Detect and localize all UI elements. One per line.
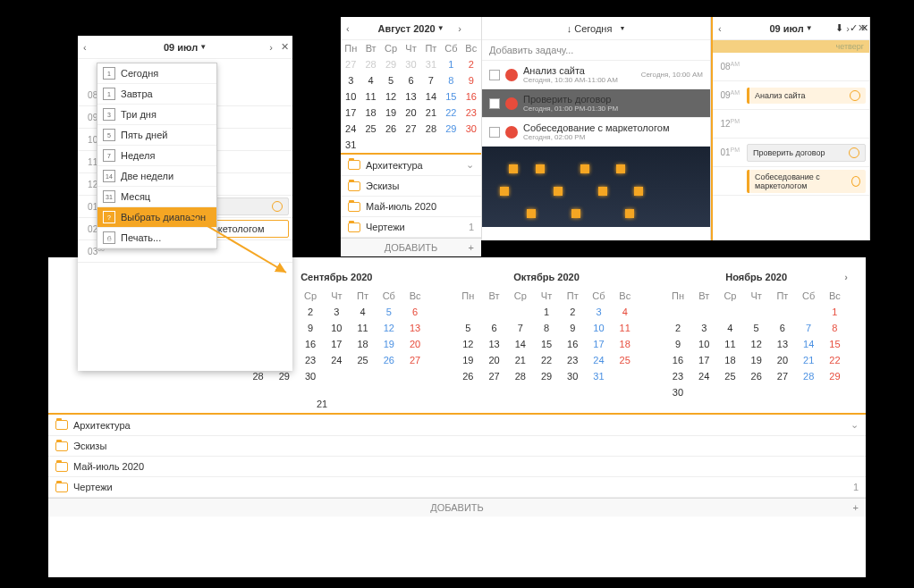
cal-day[interactable]: 17 [341,105,360,121]
folder-item[interactable]: Эскизы [341,176,481,197]
checkbox[interactable] [489,98,500,109]
cal-day[interactable] [769,384,795,400]
cal-day[interactable]: 10 [691,336,717,352]
cal-day[interactable]: 22 [822,352,848,368]
cal-day[interactable]: 4 [360,72,380,88]
event[interactable]: Собеседование с маркетологом [747,170,866,193]
cal-day[interactable]: 30 [560,368,586,384]
cal-day[interactable]: 26 [381,121,401,137]
cal-day[interactable]: 17 [691,352,717,368]
cal-day[interactable] [743,304,769,320]
cal-day[interactable]: 18 [350,336,376,352]
cal-day[interactable] [402,368,427,384]
next-month-icon[interactable]: › [458,23,461,34]
folder-item[interactable]: Май-июль 2020 [341,197,481,217]
cal-day[interactable]: 10 [324,320,350,336]
time-slot[interactable]: 01PMПроверить договор [713,139,869,167]
cal-day[interactable]: 20 [401,105,420,121]
cal-day[interactable] [324,368,350,384]
cal-day[interactable]: 14 [796,336,822,352]
cal-day[interactable] [796,384,822,400]
time-slot[interactable]: 12PM [713,110,869,139]
folder-item[interactable]: Чертежи1 [48,477,866,498]
folder-item[interactable]: Архитектура⌄ [341,155,481,176]
cal-day[interactable]: 28 [421,121,441,137]
cal-day[interactable]: 18 [360,105,380,121]
cal-day[interactable]: 31 [586,368,612,384]
cal-day[interactable]: 17 [586,336,612,352]
cal-day[interactable]: 24 [586,352,612,368]
cal-day[interactable]: 12 [743,336,769,352]
cal-day[interactable]: 9 [461,72,481,88]
cal-day[interactable]: 24 [324,352,350,368]
cal-day[interactable]: 3 [324,304,350,320]
cal-day[interactable]: 30 [664,384,690,400]
cal-day[interactable] [507,304,533,320]
cal-day[interactable]: 10 [341,88,360,105]
add-task-input[interactable]: Добавить задачу... [482,40,710,61]
menu-item-5[interactable]: 14Две недели [97,166,216,187]
cal-day[interactable]: 12 [455,336,481,352]
cal-day[interactable]: 5 [381,72,401,88]
cal-day[interactable]: 25 [717,368,743,384]
cal-day[interactable]: 6 [481,320,507,336]
cal-day[interactable]: 18 [612,336,638,352]
cal-day[interactable]: 26 [743,368,769,384]
cal-day[interactable]: 9 [664,336,690,352]
cal-day[interactable]: 21 [796,352,822,368]
cal-day[interactable]: 29 [822,368,848,384]
cal-day[interactable] [769,304,795,320]
close-icon[interactable]: ✕ [281,41,289,53]
prev-day-icon[interactable]: ‹ [718,23,722,34]
cal-day[interactable] [360,137,380,153]
cal-day[interactable]: 14 [507,336,533,352]
cal-day[interactable]: 23 [297,352,323,368]
cal-day[interactable]: 16 [664,352,690,368]
cal-day[interactable] [612,368,638,384]
menu-item-0[interactable]: 1Сегодня [97,63,216,84]
event[interactable]: Проверить договор [747,144,866,162]
cal-day[interactable]: 19 [743,352,769,368]
cal-day[interactable] [455,304,481,320]
cal-day[interactable]: 16 [461,88,481,105]
cal-day[interactable]: 6 [401,72,420,88]
cal-day[interactable] [717,304,743,320]
panel-title[interactable]: 09 июл [164,42,198,53]
cal-day[interactable] [822,384,848,400]
cal-day[interactable]: 24 [341,121,360,137]
close-icon[interactable]: ✕ [858,22,866,34]
cal-day[interactable]: 13 [401,88,420,105]
cal-day[interactable]: 3 [341,72,360,88]
cal-day[interactable] [664,304,690,320]
cal-day[interactable]: 30 [461,121,481,137]
cal-day[interactable]: 20 [769,352,795,368]
cal-day[interactable]: 5 [455,320,481,336]
cal-day[interactable]: 28 [796,368,822,384]
cal-day[interactable] [691,304,717,320]
cal-day[interactable]: 1 [441,56,461,72]
cal-day[interactable]: 19 [455,352,481,368]
cal-day[interactable]: 27 [341,56,360,72]
checkbox[interactable] [489,127,500,138]
cal-day[interactable] [381,137,401,153]
cal-day[interactable] [796,304,822,320]
cal-day[interactable]: 18 [717,352,743,368]
menu-item-3[interactable]: 5Пять дней [97,125,216,146]
task-sort[interactable]: ↓ Сегодня [567,23,613,34]
cal-day[interactable]: 15 [441,88,461,105]
cal-day[interactable] [743,384,769,400]
cal-day[interactable]: 2 [297,304,323,320]
cal-day[interactable]: 8 [533,320,559,336]
cal-day[interactable]: 25 [350,352,376,368]
cal-day[interactable]: 16 [297,336,323,352]
cal-day[interactable]: 6 [402,304,427,320]
time-slot[interactable]: Собеседование с маркетологом [713,167,869,196]
cal-day[interactable]: 27 [401,121,420,137]
cal-day[interactable]: 1 [822,304,848,320]
cal-day[interactable]: 28 [360,56,380,72]
menu-item-8[interactable]: ⎙Печать... [97,228,216,248]
cal-day[interactable] [481,304,507,320]
next-icon[interactable]: › [844,272,848,282]
cal-day[interactable]: 7 [507,320,533,336]
cal-day[interactable]: 25 [612,352,638,368]
